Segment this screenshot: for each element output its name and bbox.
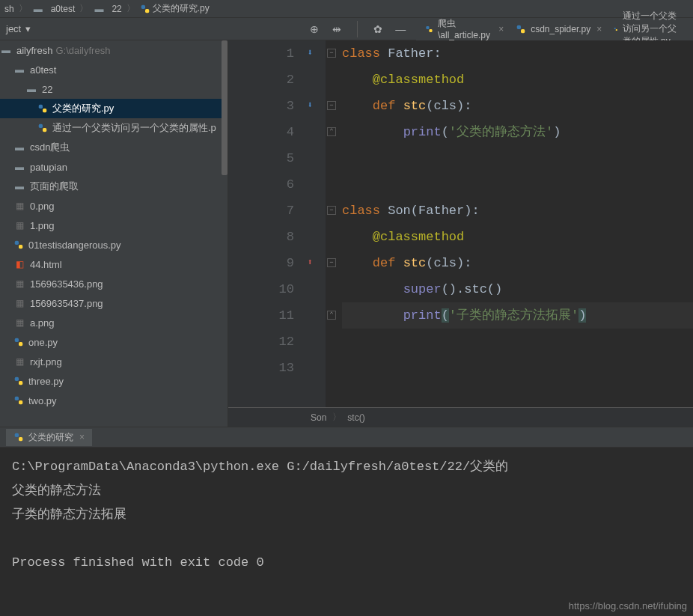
gear-icon[interactable]: ✿ — [371, 22, 385, 36]
code-line[interactable]: def stc(cls): — [342, 250, 693, 276]
tree-item-label: 父类的研究.py — [52, 102, 114, 115]
code-line[interactable]: print('子类的静态方法拓展') — [342, 302, 693, 329]
tree-item[interactable]: ▦1569635436.png — [0, 274, 228, 293]
svg-rect-14 — [15, 338, 19, 342]
folder-icon: ▬ — [32, 3, 44, 15]
tree-item[interactable]: 01testisdangerous.py — [0, 235, 228, 254]
tree-item[interactable]: ▦1569635437.png — [0, 293, 228, 313]
close-icon[interactable]: × — [498, 24, 504, 34]
tree-item-label: 页面的爬取 — [30, 180, 79, 193]
project-dropdown[interactable]: ject ▾ — [0, 23, 37, 34]
fold-icon[interactable]: − — [327, 258, 336, 267]
svg-rect-20 — [15, 433, 19, 437]
breadcrumb-item[interactable]: 父类的研究.py — [138, 2, 211, 15]
python-icon — [614, 24, 618, 34]
tree-item-label: 22 — [42, 84, 52, 95]
close-icon[interactable]: × — [596, 24, 602, 34]
override-down-icon[interactable]: ⬇ — [303, 46, 317, 60]
line-number: 5 — [228, 145, 294, 171]
run-tab[interactable]: 父类的研究 × — [6, 429, 92, 446]
chevron-down-icon: ▾ — [25, 23, 31, 34]
gutter-marks: ⬇ ⬇ ⬆ — [303, 40, 326, 407]
code-line[interactable] — [342, 329, 693, 355]
svg-rect-5 — [521, 29, 525, 33]
folder-icon: ▬ — [25, 83, 37, 95]
code-line[interactable] — [342, 355, 693, 381]
code-line[interactable]: class Son(Father): — [342, 198, 693, 224]
close-icon[interactable]: × — [79, 432, 85, 442]
svg-rect-8 — [39, 105, 43, 109]
tree-item-label: 01testisdangerous.py — [28, 240, 121, 251]
tree-item[interactable]: ▬a0test — [0, 60, 228, 79]
line-number: 10 — [228, 276, 294, 302]
code-line[interactable]: @classmethod — [342, 224, 693, 250]
svg-rect-17 — [19, 381, 22, 385]
python-icon — [37, 123, 48, 133]
code-line[interactable] — [342, 171, 693, 198]
editor-tab[interactable]: csdn_spider.py × — [510, 21, 608, 37]
image-icon: ▦ — [13, 297, 25, 309]
html-icon: ◧ — [13, 258, 25, 270]
tree-item[interactable]: ▦1.png — [0, 216, 228, 235]
tree-item[interactable]: three.py — [0, 371, 228, 391]
python-icon — [37, 103, 48, 114]
code-line[interactable]: class Father: — [342, 40, 693, 67]
tree-item[interactable]: ▬patupian — [0, 157, 228, 177]
tree-root[interactable]: ▬ailyfreshG:\dailyfresh — [0, 40, 228, 60]
svg-rect-19 — [19, 400, 22, 404]
python-icon — [13, 432, 24, 442]
line-number: 3 — [228, 93, 294, 119]
code-line[interactable] — [342, 145, 693, 171]
svg-rect-15 — [19, 342, 22, 346]
tree-item[interactable]: one.py — [0, 332, 228, 352]
fold-column: − − ⌃ − − ⌃ — [326, 40, 339, 407]
breadcrumb-item[interactable]: ▬22 — [91, 3, 123, 15]
line-number: 6 — [228, 171, 294, 198]
override-up-icon[interactable]: ⬆ — [303, 256, 317, 269]
image-icon: ▦ — [13, 219, 25, 231]
watermark: https://blog.csdn.net/ifubing — [569, 600, 687, 612]
override-down-icon[interactable]: ⬇ — [303, 99, 317, 112]
tree-item[interactable]: 父类的研究.py — [0, 99, 228, 118]
code-line[interactable]: def stc(cls): — [342, 93, 693, 119]
editor-tab[interactable]: 爬虫\all_article.py × — [419, 14, 510, 43]
chevron-right-icon: 〉 — [123, 2, 138, 15]
svg-rect-21 — [19, 437, 22, 441]
scrollbar[interactable] — [222, 40, 228, 427]
tree-item[interactable]: ▬22 — [0, 79, 228, 99]
folder-icon: ▬ — [0, 44, 12, 56]
fold-icon[interactable]: − — [327, 206, 336, 215]
breadcrumb-item[interactable]: sh — [3, 4, 16, 14]
python-icon — [140, 4, 150, 14]
code-content[interactable]: class Father: @classmethod def stc(cls):… — [339, 40, 693, 407]
python-icon — [425, 24, 433, 34]
console-output[interactable]: C:\ProgramData\Anaconda3\python.exe G:/d… — [0, 448, 693, 597]
structure-breadcrumb[interactable]: Son 〉 stc() — [228, 407, 693, 427]
scrollbar-thumb[interactable] — [222, 40, 228, 175]
fold-icon[interactable]: ⌃ — [327, 127, 336, 136]
tree-item[interactable]: 通过一个父类访问另一个父类的属性.p — [0, 118, 228, 138]
breadcrumb-item[interactable]: ▬a0test — [31, 3, 77, 15]
python-icon — [13, 337, 24, 347]
tree-item[interactable]: ▦a.png — [0, 313, 228, 332]
fold-icon[interactable]: − — [327, 49, 336, 58]
fold-icon[interactable]: − — [327, 101, 336, 110]
fold-icon[interactable]: ⌃ — [327, 311, 336, 320]
code-line[interactable]: @classmethod — [342, 67, 693, 93]
tree-item[interactable]: ▦rxjt.png — [0, 352, 228, 371]
locate-icon[interactable]: ⊕ — [308, 22, 321, 36]
code-line[interactable]: print('父类的静态方法') — [342, 119, 693, 145]
tree-item[interactable]: ▦0.png — [0, 196, 228, 216]
image-icon: ▦ — [13, 317, 25, 329]
project-toolbar: ject ▾ ⊕ ⇹ ✿ — 爬虫\all_article.py × csdn_… — [0, 18, 693, 40]
tree-item[interactable]: ▬csdn爬虫 — [0, 138, 228, 157]
tree-item[interactable]: two.py — [0, 391, 228, 410]
tree-item[interactable]: ▬页面的爬取 — [0, 177, 228, 196]
collapse-icon[interactable]: ⇹ — [330, 22, 344, 36]
line-number: 1 — [228, 40, 294, 67]
line-number: 8 — [228, 224, 294, 250]
svg-rect-10 — [39, 124, 43, 128]
hide-icon[interactable]: — — [394, 22, 407, 36]
code-line[interactable]: super().stc() — [342, 276, 693, 302]
tree-item[interactable]: ◧44.html — [0, 254, 228, 274]
